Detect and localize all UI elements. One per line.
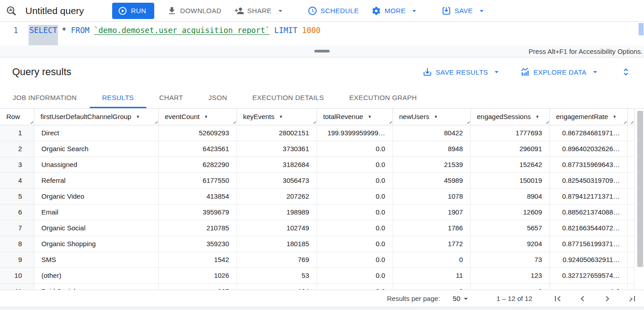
data-cell: 207262 (237, 188, 317, 204)
data-cell: 152642 (470, 157, 549, 172)
chevron-down-icon (591, 67, 600, 76)
row-number-cell: 2 (0, 141, 34, 157)
expand-panel-button[interactable] (620, 67, 631, 77)
data-cell: 1026 (158, 267, 237, 283)
column-resize-grip[interactable] (629, 119, 634, 124)
share-button[interactable]: SHARE (234, 6, 285, 16)
chevron-down-icon (461, 294, 470, 303)
data-cell: 1.0 (549, 283, 627, 290)
data-cell: 123 (470, 267, 549, 283)
tab-execution-graph[interactable]: EXECUTION GRAPH (336, 86, 430, 108)
run-button[interactable]: RUN (112, 3, 155, 19)
sql-editor[interactable]: 1 SELECT * FROM `demo.demoset.user_acqui… (0, 22, 644, 45)
data-cell: Organic Search (34, 141, 158, 157)
table-header-row: RowfirstUserDefaultChannelGroup▼eventCou… (0, 109, 634, 125)
column-menu-caret-icon[interactable]: ▼ (535, 114, 540, 119)
data-cell: 0.877156199371… (549, 236, 627, 252)
explore-data-button[interactable]: EXPLORE DATA (520, 67, 600, 77)
first-page-button[interactable] (552, 293, 563, 304)
sql-table-reference[interactable]: `demo.demoset.user_acquisition_report` (94, 26, 270, 45)
next-page-button[interactable] (602, 293, 613, 304)
data-cell: 210785 (158, 220, 237, 236)
column-menu-caret-icon[interactable]: ▼ (279, 114, 283, 119)
data-cell (627, 283, 634, 290)
data-cell (627, 125, 634, 141)
data-cell: 6177550 (158, 172, 237, 188)
data-cell: Organic Video (34, 188, 158, 204)
clock-icon (308, 6, 317, 16)
data-cell: 0.0 (317, 204, 393, 220)
data-cell: 11 (393, 267, 470, 283)
column-resize-grip[interactable] (465, 119, 470, 124)
sql-limit-value: 1000 (302, 26, 321, 45)
column-resize-grip[interactable] (545, 119, 549, 124)
column-label: newUsers (399, 113, 430, 120)
chevron-down-icon (477, 6, 486, 15)
editor-scrollbar-thumb[interactable] (639, 23, 644, 35)
data-cell: 0.821663544072… (549, 220, 627, 236)
save-button[interactable]: SAVE (441, 6, 486, 16)
column-resize-grip[interactable] (29, 119, 33, 124)
row-number-cell: 5 (0, 188, 34, 204)
column-resize-grip[interactable] (622, 119, 627, 124)
table-row: 4Referral617755030564730.0459891500190.8… (0, 172, 634, 188)
column-label: eventCount (165, 113, 200, 120)
table-row: 7Organic Social2107851027490.0178656570.… (0, 220, 634, 236)
data-cell (627, 204, 634, 220)
data-cell: 3959679 (158, 204, 237, 220)
save-results-button[interactable]: SAVE RESULTS (422, 67, 501, 77)
column-header-keyEvents: keyEvents▼ (237, 109, 317, 125)
tab-json[interactable]: JSON (196, 86, 240, 108)
tab-results[interactable]: RESULTS (90, 86, 147, 108)
column-menu-caret-icon[interactable]: ▼ (204, 114, 208, 119)
data-cell: 6282290 (158, 157, 237, 172)
column-menu-caret-icon[interactable]: ▼ (613, 114, 617, 119)
page-size-select[interactable]: 50 (450, 294, 473, 304)
column-menu-caret-icon[interactable]: ▼ (136, 114, 140, 119)
splitter-drag-handle[interactable] (314, 50, 330, 52)
panel-splitter: Press Alt+F1 for Accessibility Options. (0, 45, 644, 57)
data-cell: Organic Social (34, 220, 158, 236)
data-cell: 0.0 (317, 236, 393, 252)
table-row: 8Organic Shopping3592301801850.017729204… (0, 236, 634, 252)
data-cell: 0.0 (317, 267, 393, 283)
data-cell: 0.924050632911… (549, 252, 627, 267)
tab-execution-details[interactable]: EXECUTION DETAILS (240, 86, 336, 108)
column-header-engagementRate: engagementRate▼ (549, 109, 627, 125)
data-cell: 80422 (393, 125, 470, 141)
query-editor-icon (5, 5, 17, 17)
table-scrollbar-thumb[interactable] (637, 111, 643, 267)
data-cell: Direct (34, 125, 158, 141)
row-number-cell: 9 (0, 252, 34, 267)
tab-job-information[interactable]: JOB INFORMATION (0, 86, 90, 108)
column-resize-grip[interactable] (312, 119, 316, 124)
first-page-icon (552, 293, 563, 304)
row-number-cell: 6 (0, 204, 34, 220)
column-resize-grip[interactable] (388, 119, 392, 124)
data-cell: 0.877315969643… (549, 157, 627, 172)
table-row: 9SMS15427690.00730.924050632911… (0, 252, 634, 267)
gear-icon (371, 6, 381, 16)
data-cell: 1542 (158, 252, 237, 267)
table-row: 6Email39596791989890.01907126090.8856213… (0, 204, 634, 220)
tab-chart[interactable]: CHART (147, 86, 196, 108)
chevron-left-icon (577, 293, 588, 304)
data-cell: 102749 (237, 220, 317, 236)
data-cell: 3 (470, 283, 549, 290)
previous-page-button[interactable] (577, 293, 588, 304)
table-row: 11Paid Social3371340.0031.0 (0, 283, 634, 290)
column-resize-grip[interactable] (232, 119, 236, 124)
results-table-viewport[interactable]: RowfirstUserDefaultChannelGroup▼eventCou… (0, 109, 644, 290)
schedule-button[interactable]: SCHEDULE (308, 6, 359, 16)
column-resize-grip[interactable] (153, 119, 158, 124)
data-cell: 198989 (237, 204, 317, 220)
last-page-button[interactable] (627, 293, 638, 304)
data-cell: 3182684 (237, 157, 317, 172)
column-menu-caret-icon[interactable]: ▼ (368, 114, 372, 119)
download-button[interactable]: DOWNLOAD (167, 6, 222, 16)
more-button[interactable]: MORE (371, 6, 419, 16)
column-menu-caret-icon[interactable]: ▼ (434, 114, 438, 119)
table-row: 2Organic Search642356137303610.089482960… (0, 141, 634, 157)
chevron-right-icon (602, 293, 613, 304)
data-cell (627, 172, 634, 188)
